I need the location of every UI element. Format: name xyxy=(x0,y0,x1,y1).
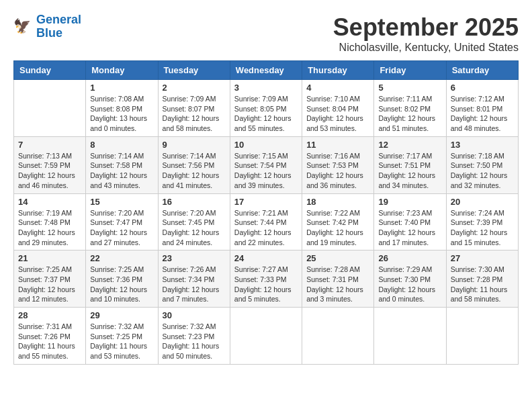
day-number: 21 xyxy=(18,253,81,263)
weekday-header-wednesday: Wednesday xyxy=(230,61,302,80)
calendar-table: SundayMondayTuesdayWednesdayThursdayFrid… xyxy=(13,60,519,365)
calendar-cell: 24Sunrise: 7:27 AM Sunset: 7:33 PM Dayli… xyxy=(230,250,302,308)
month-title: September 2025 xyxy=(333,13,519,42)
day-info: Sunrise: 7:14 AM Sunset: 7:58 PM Dayligh… xyxy=(90,151,153,191)
day-info: Sunrise: 7:09 AM Sunset: 8:05 PM Dayligh… xyxy=(234,94,298,134)
day-info: Sunrise: 7:09 AM Sunset: 8:07 PM Dayligh… xyxy=(163,94,226,134)
day-info: Sunrise: 7:08 AM Sunset: 8:08 PM Dayligh… xyxy=(90,94,153,134)
day-number: 19 xyxy=(378,197,441,207)
day-number: 20 xyxy=(451,197,514,207)
calendar-cell: 12Sunrise: 7:17 AM Sunset: 7:51 PM Dayli… xyxy=(374,136,446,193)
calendar-cell: 7Sunrise: 7:13 AM Sunset: 7:59 PM Daylig… xyxy=(14,136,86,193)
day-info: Sunrise: 7:14 AM Sunset: 7:56 PM Dayligh… xyxy=(163,151,226,191)
day-number: 2 xyxy=(163,83,226,93)
day-number: 11 xyxy=(306,140,369,150)
calendar-cell: 4Sunrise: 7:10 AM Sunset: 8:04 PM Daylig… xyxy=(302,80,374,137)
day-info: Sunrise: 7:22 AM Sunset: 7:42 PM Dayligh… xyxy=(306,208,369,248)
day-number: 13 xyxy=(451,140,514,150)
calendar-cell xyxy=(14,80,86,137)
calendar-cell: 29Sunrise: 7:32 AM Sunset: 7:25 PM Dayli… xyxy=(86,308,158,365)
calendar-cell: 11Sunrise: 7:16 AM Sunset: 7:53 PM Dayli… xyxy=(302,136,374,193)
calendar-cell: 26Sunrise: 7:29 AM Sunset: 7:30 PM Dayli… xyxy=(374,250,446,308)
day-info: Sunrise: 7:20 AM Sunset: 7:47 PM Dayligh… xyxy=(90,208,153,248)
calendar-cell: 10Sunrise: 7:15 AM Sunset: 7:54 PM Dayli… xyxy=(230,136,302,193)
day-info: Sunrise: 7:32 AM Sunset: 7:25 PM Dayligh… xyxy=(90,322,153,361)
calendar-cell: 25Sunrise: 7:28 AM Sunset: 7:31 PM Dayli… xyxy=(302,250,374,308)
day-number: 30 xyxy=(163,310,226,320)
calendar-cell: 14Sunrise: 7:19 AM Sunset: 7:48 PM Dayli… xyxy=(14,193,86,250)
weekday-header-row: SundayMondayTuesdayWednesdayThursdayFrid… xyxy=(14,61,519,80)
calendar-cell: 1Sunrise: 7:08 AM Sunset: 8:08 PM Daylig… xyxy=(86,80,158,137)
calendar-cell: 28Sunrise: 7:31 AM Sunset: 7:26 PM Dayli… xyxy=(14,308,86,365)
weekday-header-sunday: Sunday xyxy=(14,61,86,80)
calendar-cell: 5Sunrise: 7:11 AM Sunset: 8:02 PM Daylig… xyxy=(374,80,446,137)
title-block: September 2025 Nicholasville, Kentucky, … xyxy=(333,13,519,54)
day-number: 4 xyxy=(306,83,369,93)
week-row-2: 7Sunrise: 7:13 AM Sunset: 7:59 PM Daylig… xyxy=(14,136,519,193)
day-info: Sunrise: 7:18 AM Sunset: 7:50 PM Dayligh… xyxy=(451,151,514,191)
day-number: 3 xyxy=(234,83,298,93)
day-info: Sunrise: 7:11 AM Sunset: 8:02 PM Dayligh… xyxy=(378,94,441,134)
calendar-cell: 21Sunrise: 7:25 AM Sunset: 7:37 PM Dayli… xyxy=(14,250,86,308)
day-info: Sunrise: 7:26 AM Sunset: 7:34 PM Dayligh… xyxy=(163,265,226,304)
calendar-cell: 16Sunrise: 7:20 AM Sunset: 7:45 PM Dayli… xyxy=(158,193,230,250)
calendar-cell: 2Sunrise: 7:09 AM Sunset: 8:07 PM Daylig… xyxy=(158,80,230,137)
day-info: Sunrise: 7:30 AM Sunset: 7:28 PM Dayligh… xyxy=(451,265,514,304)
day-info: Sunrise: 7:17 AM Sunset: 7:51 PM Dayligh… xyxy=(378,151,441,191)
calendar-cell: 19Sunrise: 7:23 AM Sunset: 7:40 PM Dayli… xyxy=(374,193,446,250)
calendar-cell xyxy=(230,308,302,365)
calendar-cell: 17Sunrise: 7:21 AM Sunset: 7:44 PM Dayli… xyxy=(230,193,302,250)
day-number: 28 xyxy=(18,310,81,320)
day-info: Sunrise: 7:29 AM Sunset: 7:30 PM Dayligh… xyxy=(378,265,441,304)
day-info: Sunrise: 7:25 AM Sunset: 7:37 PM Dayligh… xyxy=(18,265,81,304)
day-number: 29 xyxy=(90,310,153,320)
calendar-cell xyxy=(302,308,374,365)
day-info: Sunrise: 7:25 AM Sunset: 7:36 PM Dayligh… xyxy=(90,265,153,304)
calendar-cell xyxy=(374,308,446,365)
weekday-header-thursday: Thursday xyxy=(302,61,374,80)
day-number: 12 xyxy=(378,140,441,150)
calendar-cell: 6Sunrise: 7:12 AM Sunset: 8:01 PM Daylig… xyxy=(446,80,518,137)
day-number: 5 xyxy=(378,83,441,93)
calendar-cell xyxy=(446,308,518,365)
day-info: Sunrise: 7:24 AM Sunset: 7:39 PM Dayligh… xyxy=(451,208,514,248)
day-info: Sunrise: 7:19 AM Sunset: 7:48 PM Dayligh… xyxy=(18,208,81,248)
day-info: Sunrise: 7:32 AM Sunset: 7:23 PM Dayligh… xyxy=(163,322,226,361)
week-row-5: 28Sunrise: 7:31 AM Sunset: 7:26 PM Dayli… xyxy=(14,308,519,365)
calendar-cell: 22Sunrise: 7:25 AM Sunset: 7:36 PM Dayli… xyxy=(86,250,158,308)
calendar-cell: 20Sunrise: 7:24 AM Sunset: 7:39 PM Dayli… xyxy=(446,193,518,250)
day-info: Sunrise: 7:13 AM Sunset: 7:59 PM Dayligh… xyxy=(18,151,81,191)
logo-text: General Blue xyxy=(36,13,81,40)
day-info: Sunrise: 7:10 AM Sunset: 8:04 PM Dayligh… xyxy=(306,94,369,134)
day-number: 10 xyxy=(234,140,298,150)
day-number: 1 xyxy=(90,83,153,93)
day-info: Sunrise: 7:20 AM Sunset: 7:45 PM Dayligh… xyxy=(163,208,226,248)
weekday-header-saturday: Saturday xyxy=(446,61,518,80)
calendar-cell: 9Sunrise: 7:14 AM Sunset: 7:56 PM Daylig… xyxy=(158,136,230,193)
calendar-cell: 8Sunrise: 7:14 AM Sunset: 7:58 PM Daylig… xyxy=(86,136,158,193)
day-info: Sunrise: 7:16 AM Sunset: 7:53 PM Dayligh… xyxy=(306,151,369,191)
calendar-cell: 13Sunrise: 7:18 AM Sunset: 7:50 PM Dayli… xyxy=(446,136,518,193)
day-number: 7 xyxy=(18,140,81,150)
week-row-4: 21Sunrise: 7:25 AM Sunset: 7:37 PM Dayli… xyxy=(14,250,519,308)
day-number: 18 xyxy=(306,197,369,207)
calendar-cell: 27Sunrise: 7:30 AM Sunset: 7:28 PM Dayli… xyxy=(446,250,518,308)
day-number: 26 xyxy=(378,253,441,263)
day-number: 17 xyxy=(234,197,298,207)
day-number: 15 xyxy=(90,197,153,207)
day-number: 27 xyxy=(451,253,514,263)
day-number: 9 xyxy=(163,140,226,150)
day-number: 6 xyxy=(451,83,514,93)
calendar-cell: 3Sunrise: 7:09 AM Sunset: 8:05 PM Daylig… xyxy=(230,80,302,137)
day-number: 24 xyxy=(234,253,298,263)
svg-text:🦅: 🦅 xyxy=(13,17,32,35)
calendar-cell: 23Sunrise: 7:26 AM Sunset: 7:34 PM Dayli… xyxy=(158,250,230,308)
day-number: 25 xyxy=(306,253,369,263)
day-number: 23 xyxy=(163,253,226,263)
day-info: Sunrise: 7:15 AM Sunset: 7:54 PM Dayligh… xyxy=(234,151,298,191)
page-header: 🦅 General Blue September 2025 Nicholasvi… xyxy=(13,13,519,54)
day-info: Sunrise: 7:23 AM Sunset: 7:40 PM Dayligh… xyxy=(378,208,441,248)
day-number: 14 xyxy=(18,197,81,207)
day-info: Sunrise: 7:21 AM Sunset: 7:44 PM Dayligh… xyxy=(234,208,298,248)
calendar-cell: 15Sunrise: 7:20 AM Sunset: 7:47 PM Dayli… xyxy=(86,193,158,250)
